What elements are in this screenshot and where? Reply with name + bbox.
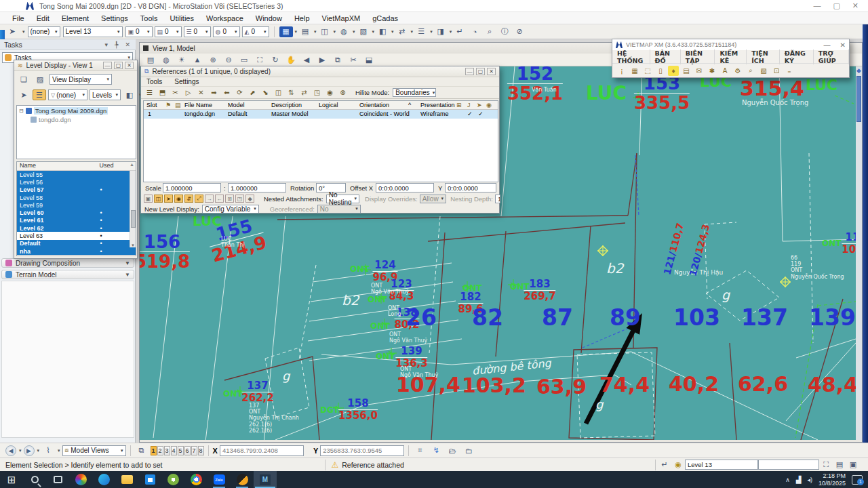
taskbar-edge-app[interactable] <box>92 471 115 488</box>
exchange-icon[interactable]: ⇄ <box>298 87 310 98</box>
minimize-icon[interactable]: — <box>813 1 821 10</box>
vietmap-menu-ki-m-k[interactable]: KIỂM KÊ <box>715 49 747 64</box>
reference-toggle-8-icon[interactable]: ← <box>215 195 224 203</box>
move-icon[interactable]: ➡ <box>208 87 220 98</box>
vietmap-table-icon[interactable]: ▦ <box>629 66 640 76</box>
menu-item-element[interactable]: Element <box>56 14 94 23</box>
level-symbology-icon[interactable]: ◧ <box>123 89 136 100</box>
view-previous-icon[interactable]: ◀ <box>300 54 313 65</box>
menu-item-utilities[interactable]: Utilities <box>165 14 199 23</box>
vietmap-legend-icon[interactable]: ▧ <box>758 66 769 76</box>
level-row-level-56[interactable]: Level 56 <box>17 178 136 186</box>
column-used[interactable]: Used <box>87 162 125 170</box>
vietmap-menu-b-n[interactable]: BẢN ĐỒ <box>650 49 681 64</box>
saved-views-icon[interactable]: ◨ <box>434 26 448 37</box>
scale-icon[interactable]: ⟳ <box>234 87 245 98</box>
menu-item-window[interactable]: Window <box>250 14 288 23</box>
level-row-level-62[interactable]: Level 62• <box>17 224 136 232</box>
menu-item-help[interactable]: Help <box>289 14 315 23</box>
taskbar-coccoc-app[interactable] <box>161 471 184 488</box>
level-list-icon[interactable]: ☰ <box>33 89 46 100</box>
reference-toggle-9-icon[interactable]: ⊞ <box>225 195 234 203</box>
nested-attachments-combo[interactable]: No Nesting▾ <box>326 195 359 203</box>
update-icon[interactable]: ◉ <box>324 87 336 98</box>
clip-reference-icon[interactable]: ✂ <box>170 87 181 98</box>
snap-mode-icon[interactable]: ↵ <box>658 460 671 470</box>
references-menu-settings[interactable]: Settings <box>174 78 199 85</box>
reference-row[interactable]: 1tongdo.dgnDefaultMaster ModelCoincident… <box>144 110 498 119</box>
zoom-out-icon[interactable]: ⊖ <box>222 54 235 65</box>
x-coordinate-field[interactable]: 413468.799:0.2408 <box>220 445 304 456</box>
view-next-icon[interactable]: ▶ <box>315 54 329 65</box>
scroll-down-icon[interactable]: ▼ <box>131 243 135 247</box>
display-style-icon[interactable]: ◍ <box>159 54 173 65</box>
raster-manager-icon[interactable]: ▧ <box>357 26 370 37</box>
view-toggle-4[interactable]: 4 <box>171 446 177 455</box>
back-button[interactable]: ◀ <box>5 445 16 456</box>
page-icon[interactable]: ▤ <box>175 102 181 108</box>
saved-views-dropdown-icon[interactable]: ▾ <box>450 29 452 35</box>
vietmap-layers-icon[interactable]: ▤ <box>681 66 692 76</box>
auxiliary-coordinates-icon[interactable]: ◍ <box>337 26 351 37</box>
georeferenced-combo[interactable]: No▾ <box>317 205 361 214</box>
scrollbar-thumb[interactable] <box>856 76 861 122</box>
level-row-level-61[interactable]: Level 61• <box>17 217 136 224</box>
models-icon[interactable]: ◫ <box>318 26 332 37</box>
element-class-combo[interactable]: ◍0▾ <box>213 26 240 37</box>
vietmap-menu-tr-gi-p[interactable]: TRỢ GIÚP <box>814 49 849 64</box>
level-display-titlebar[interactable]: ≋ Level Display - View 1 — ▢ ✕ <box>14 60 137 71</box>
view-toggle-5[interactable]: 5 <box>178 446 184 455</box>
column-slot[interactable]: Slot <box>146 102 157 108</box>
clip-mask-icon[interactable]: ⬓ <box>362 54 376 65</box>
levels-dropdown-icon[interactable]: ▾ <box>430 29 433 35</box>
rotate-view-icon[interactable]: ↻ <box>269 54 282 65</box>
line-weight-combo[interactable]: ☰0▾ <box>184 26 211 37</box>
scroll-compass-icon[interactable]: ◆ <box>856 66 862 75</box>
view-display-combo[interactable]: View Display▾ <box>50 74 112 85</box>
taskbar-microstation-app[interactable]: M <box>254 471 277 488</box>
mirror-icon[interactable]: ◫ <box>273 87 284 98</box>
fit-view-icon[interactable]: ⛶ <box>253 54 267 65</box>
close-icon[interactable]: ✕ <box>487 68 496 75</box>
scale-master-field[interactable]: 1.000000 <box>163 183 221 192</box>
copy-icon[interactable]: ⬅ <box>221 87 233 98</box>
hilite-flag-icon[interactable]: ⚑ <box>165 102 171 108</box>
column-file-name[interactable]: File Name <box>184 102 212 108</box>
tree-collapse-icon[interactable]: ⊟ <box>19 108 24 114</box>
level-row-level-60[interactable]: Level 60• <box>17 209 136 216</box>
rotate-icon[interactable]: ⬈ <box>247 87 258 98</box>
delete-clip-icon[interactable]: ▷ <box>182 87 194 98</box>
column-logical[interactable]: Logical <box>319 102 338 108</box>
level-list-scrollbar[interactable]: ▼ <box>130 171 136 247</box>
lock-icon[interactable]: ◉ <box>486 102 492 108</box>
vietmap-overflow-icon[interactable]: ₌ <box>784 66 795 76</box>
menu-item-settings[interactable]: Settings <box>96 14 134 23</box>
level-row-level-58[interactable]: Level 58 <box>17 194 136 201</box>
taskbar-search-button[interactable] <box>23 471 46 488</box>
close-icon[interactable]: ✕ <box>840 41 846 49</box>
column-name[interactable]: Name <box>17 162 87 170</box>
reference-toggle-7-icon[interactable]: → <box>205 195 214 203</box>
speaker-icon[interactable]: ◂) <box>807 476 812 483</box>
adjust-brightness-icon[interactable]: ☀ <box>175 54 189 65</box>
model-views-combo[interactable]: ⧈ Model Views▾ <box>62 445 126 456</box>
key-in-icon[interactable]: ↵ <box>453 26 467 37</box>
vietmap-bulb-icon[interactable]: ♦ <box>668 66 679 76</box>
transparency-combo[interactable]: ◭0▾ <box>242 26 269 37</box>
point-clouds-icon[interactable]: ◧ <box>376 26 389 37</box>
scale-ref-field[interactable]: 1.000000 <box>228 183 286 192</box>
scale-toggle-icon[interactable]: ⊞ <box>456 102 462 108</box>
vietmap-menu-ng-k[interactable]: ĐĂNG KÝ <box>780 49 814 64</box>
reference-toggle-5-icon[interactable]: ⇵ <box>184 195 193 203</box>
scroll-up-icon[interactable]: ▲ <box>130 162 136 170</box>
vietmap-mail-icon[interactable]: ✉ <box>694 66 705 76</box>
menu-item-file[interactable]: File <box>7 14 30 23</box>
view-toggle-2[interactable]: 2 <box>157 446 163 455</box>
clip-volume-icon[interactable]: ✂ <box>347 54 360 65</box>
reference-toggle-4-icon[interactable]: ◉ <box>174 195 183 203</box>
maximize-icon[interactable]: ▢ <box>833 1 840 10</box>
clock[interactable]: 2:18 PM 10/8/2025 <box>818 472 846 487</box>
level-row-level-57[interactable]: Level 57• <box>17 186 136 194</box>
notifications-icon[interactable]: 1 <box>852 475 863 485</box>
new-level-display-combo[interactable]: Config Variable▾ <box>202 205 259 214</box>
